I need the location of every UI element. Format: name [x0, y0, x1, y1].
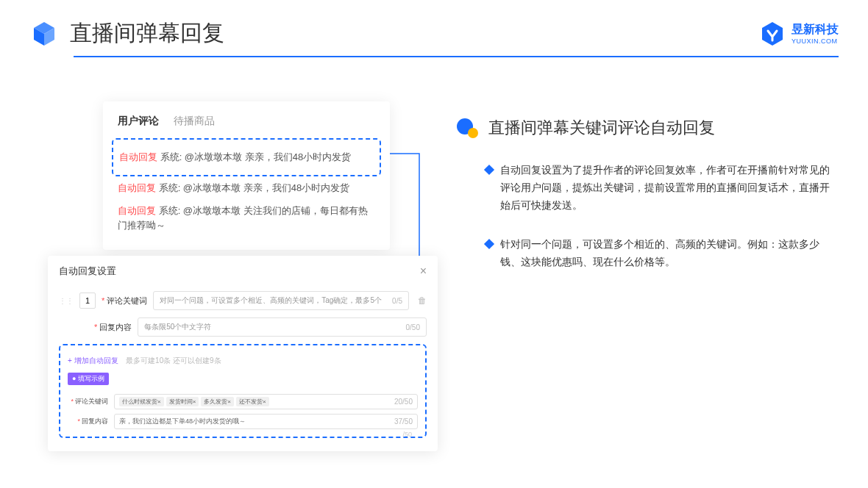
example-keyword-row: *评论关键词 什么时候发货× 发货时间× 多久发货× 还不发货× 20/50: [68, 394, 418, 409]
ghost-counter: /50: [402, 431, 412, 438]
section-header: 直播间弹幕关键词评论自动回复: [456, 116, 839, 140]
highlighted-reply: 自动回复 系统: @冰墩墩本墩 亲亲，我们48小时内发货: [112, 138, 381, 176]
header: 直播间弹幕回复 昱新科技 YUUXIN.COM: [0, 0, 868, 56]
chip[interactable]: 多久发货×: [201, 397, 234, 406]
brand-icon: [759, 21, 786, 47]
chat-icon: [456, 116, 480, 140]
reply-label: *回复内容: [94, 322, 132, 333]
index-input[interactable]: [79, 293, 96, 309]
add-hint: 最多可建10条 还可以创建9条: [126, 356, 221, 365]
reply-item: 自动回复 系统: @冰墩墩本墩 关注我们的店铺，每日都有热门推荐呦～: [118, 199, 375, 237]
tab-comments[interactable]: 用户评论: [118, 115, 159, 128]
comments-card: 用户评论 待播商品 自动回复 系统: @冰墩墩本墩 亲亲，我们48小时内发货 自…: [103, 101, 390, 250]
chip[interactable]: 什么时候发货×: [119, 397, 164, 406]
diamond-icon: [484, 239, 494, 249]
brand-url: YUUXIN.COM: [791, 37, 839, 45]
left-column: 用户评论 待播商品 自动回复 系统: @冰墩墩本墩 亲亲，我们48小时内发货 自…: [29, 101, 427, 293]
tab-products[interactable]: 待播商品: [174, 115, 215, 128]
keyword-input[interactable]: 对同一个问题，可设置多个相近、高频的关键词，Tag确定，最多5个 0/5: [153, 291, 409, 310]
example-badge: ● 填写示例: [68, 373, 109, 385]
example-reply-input[interactable]: 亲，我们这边都是下单48小时内发货的哦～ 37/50: [114, 414, 418, 429]
modal-title: 自动回复设置: [59, 265, 116, 278]
chip[interactable]: 发货时间×: [166, 397, 199, 406]
reply-item: 自动回复 系统: @冰墩墩本墩 亲亲，我们48小时内发货: [119, 146, 374, 169]
drag-icon[interactable]: ⋮⋮: [59, 297, 74, 305]
settings-modal: 自动回复设置 × ⋮⋮ *评论关键词 对同一个问题，可设置多个相近、高频的关键词…: [48, 256, 438, 451]
chip[interactable]: 还不发货×: [236, 397, 269, 406]
keyword-label: *评论关键词: [102, 295, 147, 306]
brand-name: 昱新科技: [791, 22, 839, 37]
cube-icon: [29, 19, 59, 49]
header-left: 直播间弹幕回复: [29, 18, 224, 49]
page-title: 直播间弹幕回复: [70, 18, 224, 49]
section-title: 直播间弹幕关键词评论自动回复: [488, 117, 715, 139]
bullet-item: 针对同一个问题，可设置多个相近的、高频的关键词。例如：这款多少钱、这块能优惠吗、…: [456, 236, 839, 271]
svg-point-1: [468, 128, 478, 138]
add-reply-link[interactable]: + 增加自动回复: [68, 356, 118, 366]
bullet-item: 自动回复设置为了提升作者的评论回复效率，作者可在开播前针对常见的评论用户问题，提…: [456, 162, 839, 214]
reply-row: *回复内容 每条限50个中文字符 0/50: [59, 317, 427, 337]
diamond-icon: [484, 165, 494, 175]
reply-input[interactable]: 每条限50个中文字符 0/50: [138, 317, 427, 337]
example-keyword-input[interactable]: 什么时候发货× 发货时间× 多久发货× 还不发货× 20/50: [114, 394, 418, 409]
tabs: 用户评论 待播商品: [118, 115, 375, 128]
right-column: 直播间弹幕关键词评论自动回复 自动回复设置为了提升作者的评论回复效率，作者可在开…: [456, 101, 839, 293]
keyword-row: ⋮⋮ *评论关键词 对同一个问题，可设置多个相近、高频的关键词，Tag确定，最多…: [59, 291, 427, 310]
trash-icon[interactable]: 🗑: [418, 295, 427, 306]
reply-item: 自动回复 系统: @冰墩墩本墩 亲亲，我们48小时内发货: [118, 176, 375, 200]
example-reply-row: *回复内容 亲，我们这边都是下单48小时内发货的哦～ 37/50: [68, 414, 418, 429]
example-box: + 增加自动回复 最多可建10条 还可以创建9条 ● 填写示例 *评论关键词 什…: [59, 344, 427, 438]
close-icon[interactable]: ×: [420, 265, 427, 278]
brand-logo: 昱新科技 YUUXIN.COM: [759, 21, 839, 47]
